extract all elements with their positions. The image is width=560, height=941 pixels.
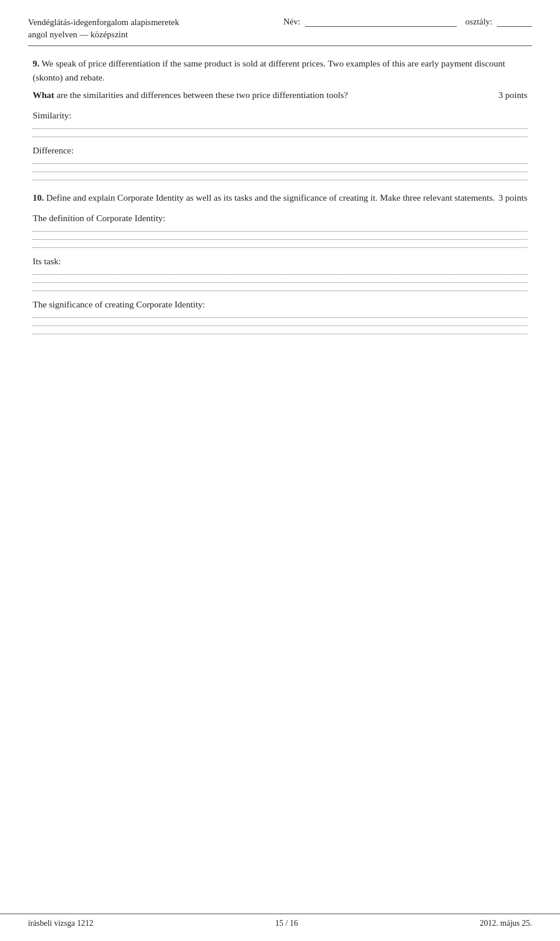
difference-line-1 [33,163,527,164]
difference-lines [33,163,527,180]
significance-lines [33,317,527,334]
footer-date: 2012. május 25. [480,919,532,928]
question-9-what: What [33,90,54,100]
difference-line-3 [33,180,527,180]
name-label: Név: [284,17,300,26]
significance-line-3 [33,334,527,334]
similarity-line-1 [33,128,527,129]
class-field [497,16,532,27]
significance-line-2 [33,326,527,326]
name-field [305,16,457,27]
question-9-points: 3 points [498,88,527,102]
definition-line-2 [33,239,527,240]
significance-line-1 [33,317,527,318]
page: Vendéglátás-idegenforgalom alapismeretek… [0,0,560,941]
question-9-body1: We speak of price differentiation if the… [33,58,505,82]
question-10-number: 10. [33,193,44,202]
difference-label: Difference: [33,145,527,156]
header-title-line2: angol nyelven — középszint [28,29,179,41]
similarity-lines [33,128,527,137]
task-lines [33,274,527,291]
task-line-2 [33,282,527,283]
difference-line-2 [33,172,527,172]
question-10-text: 3 points 10. Define and explain Corporat… [33,191,527,205]
question-9-text1: 9. We speak of price differentiation if … [33,57,527,85]
definition-lines [33,231,527,248]
footer-exam-code: írásbeli vizsga 1212 [28,919,93,928]
definition-line-1 [33,231,527,232]
header-name-class: Név: osztály: [284,16,532,27]
header: Vendéglátás-idegenforgalom alapismeretek… [28,16,532,46]
task-label: Its task: [33,256,527,267]
definition-line-3 [33,247,527,248]
question-9-number: 9. [33,58,40,68]
class-label: osztály: [466,17,493,26]
similarity-line-2 [33,137,527,137]
definition-label: The definition of Corporate Identity: [33,213,527,223]
significance-label: The significance of creating Corporate I… [33,299,527,310]
main-content: 9. We speak of price differentiation if … [28,57,532,334]
header-title: Vendéglátás-idegenforgalom alapismeretek… [28,16,179,41]
question-9-rest: are the similarities and differences bet… [54,90,348,100]
question-10-body: Define and explain Corporate Identity as… [46,193,495,202]
question-10-block: 3 points 10. Define and explain Corporat… [33,191,527,334]
task-line-1 [33,274,527,275]
question-10-points: 3 points [498,191,527,205]
similarity-label: Similarity: [33,110,527,121]
question-9-block: 9. We speak of price differentiation if … [33,57,527,180]
task-line-3 [33,291,527,291]
footer: írásbeli vizsga 1212 15 / 16 2012. május… [0,914,560,928]
question-9-text2: 3 points What are the similarities and d… [33,88,527,102]
header-title-line1: Vendéglátás-idegenforgalom alapismeretek [28,16,179,29]
footer-page-number: 15 / 16 [275,919,298,928]
